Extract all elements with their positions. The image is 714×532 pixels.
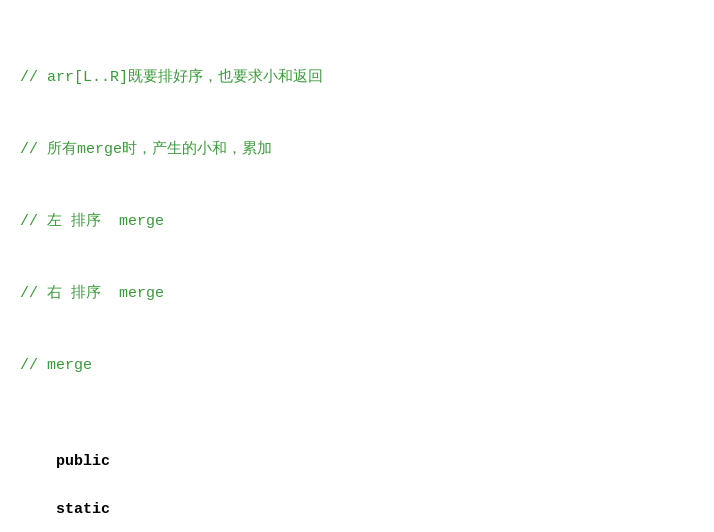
comment-line-5: // merge — [20, 354, 694, 378]
comment-line-2: // 所有merge时，产生的小和，累加 — [20, 138, 694, 162]
keyword-public: public — [56, 453, 110, 470]
comment-line-4: // 右 排序 merge — [20, 282, 694, 306]
keyword-static: static — [56, 501, 110, 518]
comment-line-3: // 左 排序 merge — [20, 210, 694, 234]
code-editor: // arr[L..R]既要排好序，也要求小和返回 // 所有merge时，产生… — [20, 18, 694, 532]
method-signature-line: public static int process( int [] arr, i… — [20, 426, 694, 532]
comment-line-1: // arr[L..R]既要排好序，也要求小和返回 — [20, 66, 694, 90]
